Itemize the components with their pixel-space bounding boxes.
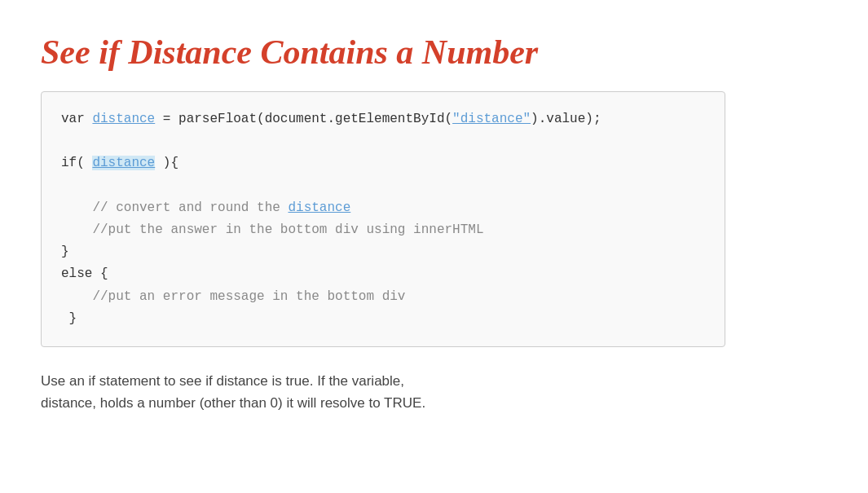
page-title: See if Distance Contains a Number [41, 33, 827, 72]
code-brace-close-2: } [61, 311, 77, 326]
code-var-distance-1: distance [92, 112, 155, 126]
code-brace-open: ){ [155, 156, 178, 170]
code-content: var distance = parseFloat(document.getEl… [61, 108, 705, 330]
code-comment-3: //put an error message in the bottom div [61, 289, 405, 304]
code-comment-2: //put the answer in the bottom div using… [61, 222, 483, 237]
code-link-distance: distance [288, 200, 350, 215]
code-keyword: var [61, 112, 92, 126]
code-keyword-if: if( [61, 156, 92, 170]
code-brace-close-1: } [61, 244, 69, 259]
code-text-2: ).value); [531, 112, 601, 126]
code-block: var distance = parseFloat(document.getEl… [41, 91, 725, 347]
code-keyword-else: else { [61, 266, 108, 281]
code-text: = parseFloat(document.getElementById( [155, 112, 452, 126]
code-string-distance: "distance" [452, 112, 531, 126]
code-var-distance-2: distance [92, 156, 155, 170]
code-comment-1: // convert and round the [61, 200, 288, 215]
description-text: Use an if statement to see if distance i… [41, 370, 432, 414]
